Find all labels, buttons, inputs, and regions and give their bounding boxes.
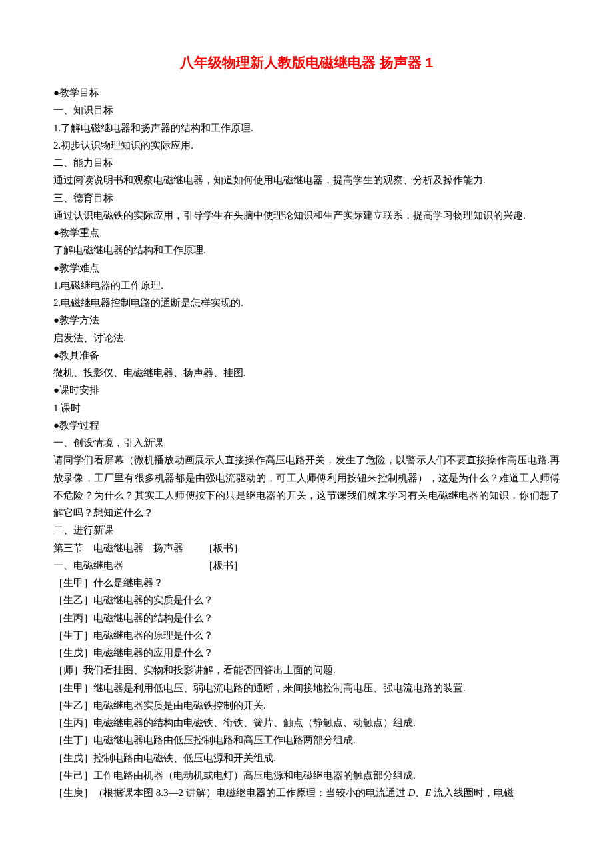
paragraph-line: 通过认识电磁铁的实际应用，引导学生在头脑中使理论知识和生产实际建立联系，提高学习…	[53, 207, 560, 224]
paragraph-line: 2.初步认识物理知识的实际应用.	[53, 137, 560, 154]
paragraph-line: 启发法、讨论法.	[53, 329, 560, 347]
paragraph-line: ［生庚］（根据课本图 8.3—2 讲解）电磁继电器的工作原理：当较小的电流通过 …	[53, 784, 560, 801]
paragraph-line: 2.电磁继电器控制电路的通断是怎样实现的.	[53, 294, 560, 311]
paragraph-line: ●教具准备	[53, 347, 560, 364]
paragraph-line: ［生戊］控制电路由电磁铁、低压电源和开关组成.	[53, 749, 560, 767]
paragraph-line: 了解电磁继电器的结构和工作原理.	[53, 241, 560, 259]
paragraph-line: 通过阅读说明书和观察电磁继电器，知道如何使用电磁继电器，提高学生的观察、分析及操…	[53, 171, 560, 189]
paragraph-line: ［生丙］电磁继电器的结构是什么？	[53, 609, 560, 627]
paragraph-line: 三、德育目标	[53, 189, 560, 207]
paragraph-line: 请同学们看屏幕（微机播放动画展示人直接操作高压电路开关，发生了危险，以警示人们不…	[53, 451, 560, 521]
paragraph-line: 1.了解电磁继电器和扬声器的结构和工作原理.	[53, 119, 560, 137]
paragraph-line: ［生己］工作电路由机器（电动机或电灯）高压电源和电磁继电器的触点部分组成.	[53, 767, 560, 784]
paragraph-line: 第三节 电磁继电器 扬声器 ［板书］	[53, 539, 560, 557]
text-segment: 流入线圈时，电磁	[432, 787, 514, 798]
paragraph-line: 一、电磁继电器 ［板书］	[53, 557, 560, 574]
paragraph-line: ［生丙］电磁继电器的结构由电磁铁、衔铁、簧片、触点（静触点、动触点）组成.	[53, 714, 560, 731]
document-body: ●教学目标一、知识目标1.了解电磁继电器和扬声器的结构和工作原理.2.初步认识物…	[53, 84, 560, 784]
paragraph-line: ●教学难点	[53, 259, 560, 277]
paragraph-line: 一、知识目标	[53, 101, 560, 119]
paragraph-line: 一、创设情境，引入新课	[53, 434, 560, 451]
paragraph-line: ●教学方法	[53, 311, 560, 329]
paragraph-line: 1.电磁继电器的工作原理.	[53, 277, 560, 294]
paragraph-line: ●教学重点	[53, 224, 560, 241]
paragraph-line: ［生丁］电磁继电器的原理是什么？	[53, 627, 560, 644]
paragraph-line: ［生甲］什么是继电器？	[53, 574, 560, 591]
paragraph-line: ［师］我们看挂图、实物和投影讲解，看能否回答出上面的问题.	[53, 661, 560, 679]
text-segment: 、	[415, 787, 425, 798]
paragraph-line: 二、能力目标	[53, 154, 560, 171]
paragraph-line: ●教学过程	[53, 417, 560, 434]
paragraph-line: ［生丁］电磁继电器电路由低压控制电路和高压工作电路两部分组成.	[53, 731, 560, 749]
paragraph-line: ［生乙］电磁继电器的实质是什么？	[53, 591, 560, 609]
paragraph-line: ●教学目标	[53, 84, 560, 101]
paragraph-line: ［生甲］继电器是利用低电压、弱电流电路的通断，来间接地控制高电压、强电流电路的装…	[53, 679, 560, 697]
paragraph-line: ［生乙］电磁继电器实质是由电磁铁控制的开关.	[53, 697, 560, 714]
paragraph-line: 微机、投影仪、电磁继电器、扬声器、挂图.	[53, 364, 560, 381]
variable-d: D	[408, 787, 416, 798]
text-segment: ［生庚］（根据课本图 8.3—2 讲解）电磁继电器的工作原理：当较小的电流通过	[53, 787, 408, 798]
document-title: 八年级物理新人教版电磁继电器 扬声器 1	[53, 53, 560, 72]
paragraph-line: 二、进行新课	[53, 521, 560, 539]
paragraph-line: 1 课时	[53, 399, 560, 417]
variable-e: E	[425, 787, 431, 798]
paragraph-line: ［生戊］电磁继电器的应用是什么？	[53, 644, 560, 661]
paragraph-line: ●课时安排	[53, 381, 560, 399]
